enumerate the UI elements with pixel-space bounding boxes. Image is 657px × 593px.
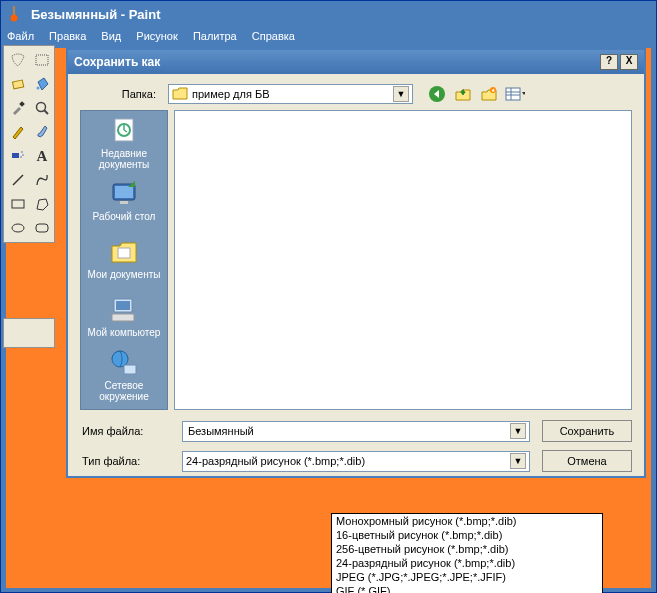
tool-text[interactable]: A: [30, 144, 54, 168]
svg-line-7: [44, 110, 48, 114]
nav-views-icon[interactable]: [505, 84, 525, 104]
chevron-down-icon[interactable]: ▼: [393, 86, 409, 102]
svg-rect-8: [12, 153, 19, 158]
tool-curve[interactable]: [30, 168, 54, 192]
save-in-label: Папка:: [80, 88, 160, 100]
filename-history-chevron-icon[interactable]: ▼: [510, 423, 526, 439]
tool-freeform-select[interactable]: [6, 48, 30, 72]
tool-ellipse[interactable]: [6, 216, 30, 240]
nav-back-icon[interactable]: [427, 84, 447, 104]
filetype-chevron-icon[interactable]: ▼: [510, 453, 526, 469]
paint-app-icon: [9, 6, 25, 22]
svg-rect-36: [124, 365, 136, 374]
filename-input-wrap: ▼: [182, 421, 530, 442]
places-bar: Недавние документы Рабочий стол Мои доку…: [80, 110, 168, 410]
tool-fill[interactable]: [30, 72, 54, 96]
svg-rect-16: [36, 224, 48, 232]
filetype-dropdown-list: Монохромный рисунок (*.bmp;*.dib)16-цвет…: [331, 513, 603, 593]
nav-newfolder-icon[interactable]: ★: [479, 84, 499, 104]
dialog-close-button[interactable]: X: [620, 54, 638, 70]
tool-pencil[interactable]: [6, 120, 30, 144]
svg-rect-2: [36, 55, 48, 65]
cancel-button[interactable]: Отмена: [542, 450, 632, 472]
place-mycomp-label: Мой компьютер: [88, 327, 161, 338]
svg-rect-30: [120, 201, 128, 204]
save-button[interactable]: Сохранить: [542, 420, 632, 442]
mydocs-icon: [108, 236, 140, 268]
place-desktop[interactable]: Рабочий стол: [82, 171, 166, 229]
place-recent[interactable]: Недавние документы: [82, 113, 166, 171]
menu-image[interactable]: Рисунок: [136, 30, 178, 42]
place-network-label: Сетевое окружение: [82, 380, 166, 402]
menu-palette[interactable]: Палитра: [193, 30, 237, 42]
tool-line[interactable]: [6, 168, 30, 192]
filetype-option[interactable]: 256-цветный рисунок (*.bmp;*.dib): [332, 542, 602, 556]
svg-point-11: [20, 156, 21, 157]
svg-rect-29: [115, 186, 133, 198]
menu-file[interactable]: Файл: [7, 30, 34, 42]
svg-point-10: [22, 154, 23, 155]
place-mydocs-label: Мои документы: [88, 269, 161, 280]
place-network[interactable]: Сетевое окружение: [82, 345, 166, 403]
svg-point-15: [12, 224, 24, 232]
place-mydocs[interactable]: Мои документы: [82, 229, 166, 287]
tool-options-panel: [3, 318, 55, 348]
svg-point-4: [37, 87, 40, 90]
tool-rectangle[interactable]: [6, 192, 30, 216]
dialog-help-button[interactable]: ?: [600, 54, 618, 70]
filename-input[interactable]: [186, 423, 510, 440]
place-desktop-label: Рабочий стол: [93, 211, 156, 222]
svg-rect-5: [19, 101, 25, 107]
nav-up-icon[interactable]: [453, 84, 473, 104]
menubar: Файл Правка Вид Рисунок Палитра Справка: [1, 27, 656, 48]
tool-brush[interactable]: [30, 120, 54, 144]
tool-rounded-rect[interactable]: [30, 216, 54, 240]
tool-rect-select[interactable]: [30, 48, 54, 72]
tool-polygon[interactable]: [30, 192, 54, 216]
filetype-combo[interactable]: 24-разрядный рисунок (*.bmp;*.dib) ▼: [182, 451, 530, 472]
filetype-label: Тип файла:: [80, 455, 170, 467]
filetype-value: 24-разрядный рисунок (*.bmp;*.dib): [186, 455, 510, 467]
tool-magnifier[interactable]: [30, 96, 54, 120]
tool-airbrush[interactable]: [6, 144, 30, 168]
menu-help[interactable]: Справка: [252, 30, 295, 42]
svg-marker-14: [37, 199, 48, 210]
network-icon: [108, 347, 140, 379]
svg-rect-3: [12, 80, 23, 89]
svg-rect-13: [12, 200, 24, 208]
recent-docs-icon: [108, 115, 140, 147]
menu-view[interactable]: Вид: [101, 30, 121, 42]
filetype-option[interactable]: GIF (*.GIF): [332, 584, 602, 593]
tool-palette: A: [3, 45, 55, 243]
svg-point-1: [11, 15, 18, 22]
save-in-value: пример для БВ: [192, 88, 393, 100]
folder-icon: [172, 87, 188, 101]
window-title: Безымянный - Paint: [31, 7, 160, 22]
dialog-title-text: Сохранить как: [74, 55, 160, 69]
place-mycomp[interactable]: Мой компьютер: [82, 287, 166, 345]
svg-rect-34: [112, 314, 134, 321]
svg-rect-33: [116, 301, 130, 310]
desktop-icon: [108, 178, 140, 210]
window-titlebar: Безымянный - Paint: [1, 1, 656, 27]
tool-eraser[interactable]: [6, 72, 30, 96]
svg-rect-20: [506, 88, 520, 100]
svg-rect-31: [118, 248, 130, 258]
tool-eyedropper[interactable]: [6, 96, 30, 120]
filetype-option[interactable]: JPEG (*.JPG;*.JPEG;*.JPE;*.JFIF): [332, 570, 602, 584]
menu-edit[interactable]: Правка: [49, 30, 86, 42]
dialog-titlebar: Сохранить как ? X: [68, 50, 644, 74]
save-in-combo[interactable]: пример для БВ ▼: [168, 84, 413, 104]
filetype-option[interactable]: 24-разрядный рисунок (*.bmp;*.dib): [332, 556, 602, 570]
file-list-pane[interactable]: [174, 110, 632, 410]
filetype-option[interactable]: Монохромный рисунок (*.bmp;*.dib): [332, 514, 602, 528]
place-recent-label: Недавние документы: [82, 148, 166, 170]
filename-label: Имя файла:: [80, 425, 170, 437]
mycomp-icon: [108, 294, 140, 326]
canvas-area: A Сохранить как ? X Папка:: [6, 48, 651, 588]
svg-point-9: [21, 151, 22, 152]
svg-line-12: [13, 175, 23, 185]
save-as-dialog: Сохранить как ? X Папка: пример для БВ ▼: [66, 48, 646, 478]
filetype-option[interactable]: 16-цветный рисунок (*.bmp;*.dib): [332, 528, 602, 542]
